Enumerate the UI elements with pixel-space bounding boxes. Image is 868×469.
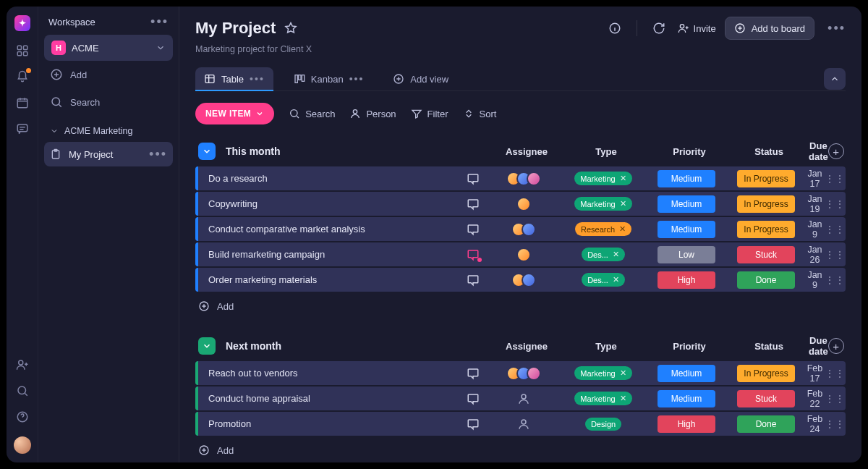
status-cell[interactable]: Done bbox=[726, 268, 806, 292]
type-chip[interactable]: Research ✕ bbox=[575, 222, 631, 236]
workspace-menu-icon[interactable]: ••• bbox=[150, 19, 169, 25]
chat-icon[interactable] bbox=[16, 122, 29, 135]
row-name[interactable]: Promotion bbox=[198, 412, 459, 436]
workspace-select[interactable]: H ACME bbox=[44, 35, 173, 61]
group-collapse-button[interactable] bbox=[198, 337, 216, 355]
drag-handle-icon[interactable]: ⋮⋮ bbox=[824, 386, 846, 410]
table-row[interactable]: Conduct comparative market analysisResea… bbox=[195, 217, 846, 241]
apps-icon[interactable] bbox=[16, 44, 29, 57]
remove-icon[interactable]: ✕ bbox=[620, 368, 626, 378]
row-name[interactable]: Conduct comparative market analysis bbox=[198, 217, 459, 241]
add-row-button[interactable]: Add bbox=[195, 293, 846, 319]
logo-icon[interactable]: ✦ bbox=[14, 15, 30, 31]
table-row[interactable]: Do a researchMarketing ✕MediumIn Progres… bbox=[195, 166, 846, 190]
table-row[interactable]: Reach out to vendorsMarketing ✕MediumIn … bbox=[195, 361, 846, 385]
assignee-cell[interactable] bbox=[488, 192, 560, 216]
comment-icon[interactable] bbox=[459, 192, 488, 216]
comment-icon[interactable] bbox=[459, 166, 488, 190]
status-cell[interactable]: In Progress bbox=[726, 166, 806, 190]
due-cell[interactable]: Jan 9 bbox=[806, 217, 824, 241]
assignee-cell[interactable] bbox=[488, 217, 560, 241]
type-cell[interactable]: Design bbox=[560, 412, 647, 436]
sidebar-search[interactable]: Search bbox=[44, 88, 173, 116]
due-cell[interactable]: Jan 19 bbox=[806, 192, 824, 216]
assignee-cell[interactable] bbox=[488, 412, 560, 436]
add-row-button[interactable]: Add bbox=[195, 437, 846, 462]
priority-cell[interactable]: High bbox=[647, 268, 726, 292]
priority-cell[interactable]: Medium bbox=[647, 166, 726, 190]
priority-cell[interactable]: Medium bbox=[647, 386, 726, 410]
remove-icon[interactable]: ✕ bbox=[620, 174, 626, 183]
remove-icon[interactable]: ✕ bbox=[620, 199, 626, 208]
comment-icon[interactable] bbox=[459, 242, 488, 266]
status-cell[interactable]: Done bbox=[726, 412, 806, 436]
assignee-cell[interactable] bbox=[488, 166, 560, 190]
add-view[interactable]: Add view bbox=[384, 67, 457, 90]
table-row[interactable]: Order marketing materialsDes... ✕HighDon… bbox=[195, 268, 846, 292]
status-cell[interactable]: Stuck bbox=[726, 242, 806, 266]
help-icon[interactable] bbox=[16, 410, 29, 423]
toolbar-sort[interactable]: Sort bbox=[463, 108, 497, 119]
type-cell[interactable]: Marketing ✕ bbox=[560, 166, 647, 190]
new-item-button[interactable]: NEW ITEM bbox=[195, 103, 274, 124]
assignee-cell[interactable] bbox=[488, 361, 560, 385]
type-cell[interactable]: Research ✕ bbox=[560, 217, 647, 241]
table-row[interactable]: PromotionDesignHighDoneFeb 24⋮⋮ bbox=[195, 412, 846, 436]
add-to-board-button[interactable]: Add to board bbox=[725, 17, 814, 40]
remove-icon[interactable]: ✕ bbox=[613, 250, 619, 259]
table-row[interactable]: Conduct home appraisalMarketing ✕MediumS… bbox=[195, 386, 846, 410]
priority-cell[interactable]: Medium bbox=[647, 192, 726, 216]
status-cell[interactable]: Stuck bbox=[726, 386, 806, 410]
type-chip[interactable]: Marketing ✕ bbox=[574, 172, 631, 185]
drag-handle-icon[interactable]: ⋮⋮ bbox=[824, 217, 846, 241]
row-name[interactable]: Do a research bbox=[198, 166, 459, 190]
status-cell[interactable]: In Progress bbox=[726, 361, 806, 385]
type-chip[interactable]: Des... ✕ bbox=[582, 273, 625, 287]
drag-handle-icon[interactable]: ⋮⋮ bbox=[824, 242, 846, 266]
star-icon[interactable] bbox=[284, 22, 297, 35]
collapse-panel-button[interactable] bbox=[824, 68, 846, 90]
table-row[interactable]: Build remarketing campaignDes... ✕LowStu… bbox=[195, 242, 846, 266]
assignee-cell[interactable] bbox=[488, 268, 560, 292]
type-chip[interactable]: Design bbox=[585, 418, 621, 431]
drag-handle-icon[interactable]: ⋮⋮ bbox=[824, 192, 846, 216]
tab-table-menu-icon[interactable]: ••• bbox=[250, 77, 265, 82]
due-cell[interactable]: Feb 22 bbox=[806, 386, 824, 410]
due-cell[interactable]: Jan 9 bbox=[806, 268, 824, 292]
sidebar-add[interactable]: Add bbox=[44, 61, 173, 88]
add-column-button[interactable]: + bbox=[828, 338, 844, 354]
bell-icon[interactable] bbox=[16, 70, 29, 83]
row-name[interactable]: Order marketing materials bbox=[198, 268, 459, 292]
tab-kanban[interactable]: Kanban ••• bbox=[285, 67, 373, 90]
tab-table[interactable]: Table ••• bbox=[195, 67, 273, 90]
sidebar-section[interactable]: ACME Marketing bbox=[44, 116, 173, 142]
comment-icon[interactable] bbox=[459, 268, 488, 292]
drag-handle-icon[interactable]: ⋮⋮ bbox=[824, 268, 846, 292]
toolbar-person[interactable]: Person bbox=[349, 108, 396, 119]
calendar-icon[interactable] bbox=[16, 96, 29, 109]
project-menu-icon[interactable]: ••• bbox=[149, 151, 167, 158]
drag-handle-icon[interactable]: ⋮⋮ bbox=[824, 166, 846, 190]
assignee-cell[interactable] bbox=[488, 386, 560, 410]
info-icon[interactable] bbox=[605, 18, 625, 38]
row-name[interactable]: Build remarketing campaign bbox=[198, 242, 459, 266]
search-rail-icon[interactable] bbox=[16, 384, 29, 397]
type-chip[interactable]: Marketing ✕ bbox=[574, 197, 631, 211]
toolbar-search[interactable]: Search bbox=[289, 108, 335, 119]
toolbar-filter[interactable]: Filter bbox=[411, 108, 448, 119]
status-cell[interactable]: In Progress bbox=[726, 217, 806, 241]
priority-cell[interactable]: Medium bbox=[647, 217, 726, 241]
priority-cell[interactable]: Medium bbox=[647, 361, 726, 385]
row-name[interactable]: Copywriting bbox=[198, 192, 459, 216]
comment-icon[interactable] bbox=[459, 412, 488, 436]
priority-cell[interactable]: High bbox=[647, 412, 726, 436]
status-cell[interactable]: In Progress bbox=[726, 192, 806, 216]
add-column-button[interactable]: + bbox=[828, 143, 844, 159]
type-cell[interactable]: Marketing ✕ bbox=[560, 386, 647, 410]
type-chip[interactable]: Marketing ✕ bbox=[574, 392, 631, 405]
type-cell[interactable]: Marketing ✕ bbox=[560, 192, 647, 216]
activity-icon[interactable] bbox=[649, 18, 669, 38]
table-row[interactable]: CopywritingMarketing ✕MediumIn ProgressJ… bbox=[195, 192, 846, 216]
header-menu-icon[interactable]: ••• bbox=[827, 25, 846, 32]
row-name[interactable]: Conduct home appraisal bbox=[198, 386, 459, 410]
